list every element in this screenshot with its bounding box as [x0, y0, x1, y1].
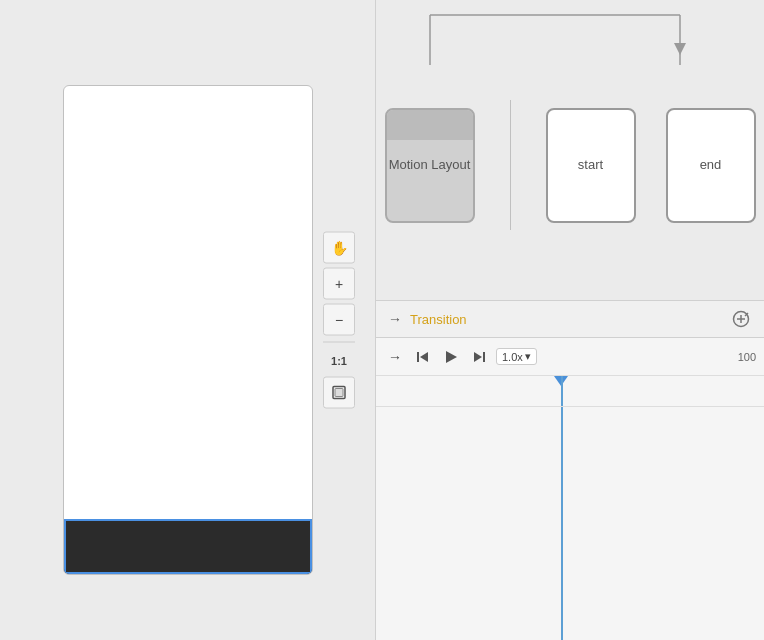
fit-screen-button[interactable]: [323, 377, 355, 409]
zoom-out-button[interactable]: −: [323, 304, 355, 336]
speed-chevron-icon: ▾: [525, 350, 531, 363]
skip-back-button[interactable]: [412, 346, 434, 368]
diagram-nodes: Motion Layout start end: [385, 100, 756, 230]
motion-layout-node[interactable]: Motion Layout: [385, 108, 475, 223]
toolbar: ✋ + − 1:1: [323, 232, 355, 409]
add-cycle-icon: [732, 310, 750, 328]
timeline-end-label: 100: [738, 351, 756, 363]
right-panel: Motion Layout start end → Transition: [376, 0, 764, 640]
playback-bar: → 1.0x ▾ 100: [376, 338, 764, 376]
svg-rect-12: [483, 352, 485, 362]
zoom-in-button[interactable]: +: [323, 268, 355, 300]
skip-forward-icon: [472, 350, 486, 364]
motion-layout-label: Motion Layout: [389, 156, 471, 174]
device-bottom-bar: [64, 519, 312, 574]
hand-tool-button[interactable]: ✋: [323, 232, 355, 264]
svg-marker-10: [420, 352, 428, 362]
transition-arrow-icon: →: [388, 311, 402, 327]
skip-back-icon: [416, 350, 430, 364]
skip-forward-button[interactable]: [468, 346, 490, 368]
start-node[interactable]: start: [546, 108, 636, 223]
end-label: end: [700, 156, 722, 174]
start-label: start: [578, 156, 603, 174]
device-frame: [63, 85, 313, 575]
transition-label: Transition: [410, 312, 467, 327]
play-icon: [444, 350, 458, 364]
svg-marker-13: [474, 352, 482, 362]
toolbar-divider: [323, 342, 355, 343]
svg-marker-5: [674, 43, 686, 55]
diagram-area: Motion Layout start end: [376, 0, 764, 300]
timeline-area[interactable]: [376, 376, 764, 640]
speed-selector[interactable]: 1.0x ▾: [496, 348, 537, 365]
play-button[interactable]: [440, 346, 462, 368]
actual-size-label[interactable]: 1:1: [323, 349, 355, 373]
arrow-right-button[interactable]: →: [384, 346, 406, 368]
fit-screen-icon: [331, 385, 347, 401]
speed-value: 1.0x: [502, 351, 523, 363]
svg-marker-11: [446, 351, 457, 363]
timeline-cursor: [561, 376, 563, 640]
node-divider: [510, 100, 511, 230]
svg-rect-1: [335, 389, 343, 397]
connector-svg: [385, 0, 725, 75]
add-transition-button[interactable]: [730, 308, 752, 330]
left-panel: 🔧 ✋ + − 1:1: [0, 0, 375, 640]
end-node[interactable]: end: [666, 108, 756, 223]
svg-rect-9: [417, 352, 419, 362]
timeline-track: [376, 406, 764, 407]
transition-header: → Transition: [376, 300, 764, 338]
